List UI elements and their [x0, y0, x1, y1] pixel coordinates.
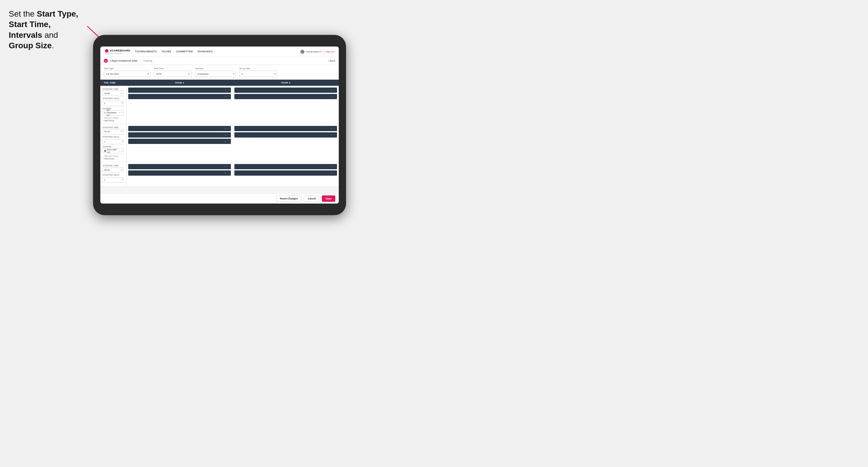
- player-edit-3-3[interactable]: ✎: [227, 140, 229, 143]
- team2-col-2: ✕ ✎ ✕ ✎: [232, 124, 339, 162]
- th-tee-time: Tee Time: [100, 82, 126, 84]
- player-remove-2-1[interactable]: ✕: [331, 89, 332, 91]
- player-remove-3-1[interactable]: ✕: [224, 127, 226, 130]
- player-row-4-1: ✕ ✎: [235, 126, 337, 131]
- reset-changes-button[interactable]: Reset Changes: [276, 195, 302, 202]
- app-window: SCOREBOARD Powered by clippd TOURNAMENTS…: [100, 46, 339, 204]
- sign-out-link[interactable]: Sign out: [326, 50, 334, 53]
- nav-bar: SCOREBOARD Powered by clippd TOURNAMENTS…: [100, 46, 339, 57]
- player-edit-5-2[interactable]: ✎: [227, 172, 229, 174]
- starting-hole-label-2: STARTING HOLE:: [103, 136, 124, 138]
- save-button[interactable]: Save: [322, 195, 335, 202]
- player-edit-1-1[interactable]: ✎: [227, 89, 229, 91]
- start-time-select-wrapper: 10:00 09:00 08:00 ⏱: [154, 71, 192, 77]
- player-remove-1-1[interactable]: ✕: [224, 89, 226, 91]
- player-row-5-2: ✕ ✎: [128, 170, 231, 176]
- player-edit-4-1[interactable]: ✎: [334, 127, 335, 130]
- player-edit-3-2[interactable]: ✎: [227, 134, 229, 136]
- logo-text: SCOREBOARD: [110, 49, 130, 52]
- starting-hole-label-1: STARTING HOLE:: [103, 97, 124, 99]
- player-row-1-1: ✕ ✎: [128, 88, 231, 93]
- nav-tab-rankings[interactable]: RANKINGS: [198, 49, 213, 55]
- instruction-line3-bold: Intervals: [9, 31, 42, 39]
- add-group-1[interactable]: + Add Group: [103, 120, 124, 122]
- tee-info-1: STARTING TIME: 10:00 ⏱ STARTING HOLE: 11…: [100, 86, 126, 124]
- player-remove-2-2[interactable]: ✕: [331, 95, 332, 98]
- player-remove-3-2[interactable]: ✕: [224, 134, 226, 136]
- player-remove-6-2[interactable]: ✕: [331, 172, 332, 174]
- player-remove-4-2[interactable]: ✕: [331, 134, 332, 136]
- hole-select-1[interactable]: 110: [103, 101, 124, 106]
- starting-time-input-3[interactable]: 10:20 ⏱: [103, 167, 124, 173]
- course-tag-1[interactable]: (A) Peachtree GC × +: [103, 110, 124, 116]
- remove-group-2[interactable]: ○ Remove Group: [103, 155, 124, 157]
- player-row-1-2: ✕ ✎: [128, 94, 231, 99]
- hole-select-3[interactable]: 110: [103, 177, 124, 183]
- player-edit-2-2[interactable]: ✎: [334, 95, 335, 98]
- hole-select-2[interactable]: 110: [103, 139, 124, 144]
- instruction-line1-bold: Start Type,: [37, 9, 79, 18]
- instruction-line2-bold: Start Time,: [9, 20, 51, 29]
- user-avatar: [300, 50, 305, 54]
- player-remove-5-2[interactable]: ✕: [224, 172, 226, 174]
- player-edit-6-2[interactable]: ✎: [334, 172, 335, 174]
- intervals-select[interactable]: 10 Minutes 8 Minutes 12 Minutes: [195, 71, 236, 77]
- course-remove-2[interactable]: ×: [119, 150, 120, 152]
- player-remove-5-1[interactable]: ✕: [224, 165, 226, 168]
- player-edit-1-2[interactable]: ✎: [227, 95, 229, 98]
- breadcrumb-section: Hosting: [143, 59, 152, 62]
- cancel-button[interactable]: Cancel: [304, 195, 319, 202]
- player-remove-1-2[interactable]: ✕: [224, 95, 226, 98]
- nav-tab-teams[interactable]: TEAMS: [161, 49, 171, 55]
- group-actions-2: ○ Remove Group + Add Group: [103, 155, 124, 160]
- starting-hole-select-1: 110: [103, 100, 124, 106]
- starting-hole-label-3: STARTING HOLE:: [103, 174, 124, 176]
- starting-time-input-2[interactable]: 10:10 ⏱: [103, 129, 124, 134]
- player-edit-4-2[interactable]: ✎: [334, 134, 335, 136]
- player-edit-3-1[interactable]: ✎: [227, 127, 229, 130]
- team1-col-2: ✕ ✎ ✕ ✎ ✕ ✎: [126, 124, 232, 162]
- starting-time-label-2: STARTING TIME:: [103, 126, 124, 128]
- back-button[interactable]: ‹ Back: [328, 59, 335, 62]
- player-edit-6-1[interactable]: ✎: [334, 165, 335, 168]
- footer-bar: Reset Changes Cancel Save: [100, 193, 339, 204]
- start-type-control: Start Type 1st Tee Start Shotgun Start ▾: [104, 67, 150, 77]
- starting-hole-select-3: 110: [103, 177, 124, 183]
- course-remove-1[interactable]: ×: [119, 112, 120, 114]
- nav-tab-tournaments[interactable]: TOURNAMENTS: [135, 49, 157, 55]
- starting-time-input-1[interactable]: 10:00 ⏱: [103, 91, 124, 96]
- start-time-select[interactable]: 10:00 09:00 08:00: [154, 71, 192, 77]
- tee-group-3: STARTING TIME: 10:20 ⏱ STARTING HOLE: 11…: [100, 162, 339, 187]
- instruction-line4-normal: .: [52, 41, 54, 50]
- breadcrumb-logo: C: [104, 59, 108, 63]
- group-size-select[interactable]: 3 2 4: [239, 71, 277, 77]
- player-row-2-2: ✕ ✎: [235, 94, 337, 99]
- course-add-1[interactable]: +: [121, 112, 122, 114]
- player-row-6-1: ✕ ✎: [235, 164, 337, 169]
- player-edit-5-1[interactable]: ✎: [227, 165, 229, 168]
- team1-col-3: ✕ ✎ ✕ ✎: [126, 162, 232, 186]
- player-remove-4-1[interactable]: ✕: [331, 127, 332, 130]
- group-actions-1: ○ Remove Group + Add Group: [103, 117, 124, 122]
- group-size-control: Group Size 3 2 4 ▾: [239, 67, 277, 77]
- instruction-text: Set the Start Type, Start Time, Interval…: [9, 9, 93, 51]
- player-row-2-1: ✕ ✎: [235, 88, 337, 93]
- nav-tabs: TOURNAMENTS TEAMS COMMITTEE RANKINGS: [135, 49, 300, 55]
- player-remove-3-3[interactable]: ✕: [224, 140, 226, 143]
- start-time-label: Start Time: [154, 67, 192, 70]
- start-type-select[interactable]: 1st Tee Start Shotgun Start: [104, 71, 150, 77]
- player-remove-6-1[interactable]: ✕: [331, 165, 332, 168]
- logo-sub: Powered by clippd: [105, 53, 130, 54]
- player-edit-2-1[interactable]: ✎: [334, 89, 335, 91]
- nav-tab-committee[interactable]: COMMITTEE: [176, 49, 193, 55]
- course-tag-2[interactable]: East Lake GC × +: [103, 148, 124, 154]
- breadcrumb-tournament[interactable]: Clippd Invitational (Mar): [110, 59, 138, 62]
- add-group-2[interactable]: + Add Group: [103, 158, 124, 160]
- start-type-label: Start Type: [104, 67, 150, 70]
- table-header: Tee Time Team 1 Team 2: [100, 80, 339, 86]
- remove-group-1[interactable]: ○ Remove Group: [103, 117, 124, 119]
- player-row-5-1: ✕ ✎: [128, 164, 231, 169]
- starting-hole-select-2: 110: [103, 138, 124, 145]
- course-add-2[interactable]: +: [121, 150, 122, 152]
- group-size-label: Group Size: [239, 67, 277, 70]
